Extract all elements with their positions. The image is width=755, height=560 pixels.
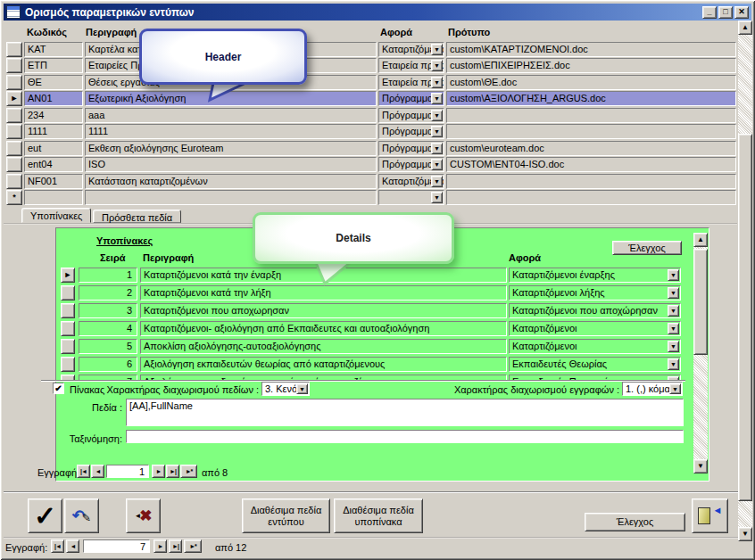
desc-field[interactable]: Αποκλίση αξιολόγησης-αυτοαξιολόγησης [140, 339, 507, 354]
scrollbar-thumb[interactable] [693, 249, 708, 355]
seq-field[interactable]: 1 [79, 268, 137, 283]
code-field[interactable]: NF001 [24, 174, 83, 189]
desc-field[interactable]: Καταρτιζόμενοι- αξιολόγηση από Εκπαιδευτ… [140, 321, 507, 336]
exit-button[interactable]: ◄ [692, 498, 728, 533]
chevron-down-icon[interactable]: ▼ [431, 126, 443, 137]
chevron-down-icon[interactable]: ▼ [668, 269, 679, 281]
nav-last-icon[interactable]: ►| [166, 465, 179, 478]
sort-input[interactable] [126, 430, 684, 443]
afora-combo[interactable]: Πρόγραμμα▼ [378, 157, 444, 172]
scroll-down-icon[interactable]: ▼ [738, 527, 752, 541]
code-field[interactable]: ΑΝ01 [24, 91, 83, 106]
code-field[interactable]: ΘΕ [24, 75, 83, 90]
record-selector[interactable] [6, 108, 22, 123]
record-selector[interactable] [6, 58, 22, 73]
chevron-down-icon[interactable]: ▼ [431, 44, 443, 55]
template-field[interactable]: CUSTOM\ENT04-ISO.doc [446, 157, 736, 172]
desc-field[interactable]: Εκθεση αξιολόγησης Euroteam [85, 141, 377, 156]
desc-field[interactable]: Αξιολόγηση εκπαιδευτών θεωρίας από καταρ… [140, 357, 507, 372]
afora-combo[interactable]: Καταρτιζόμενοι▼ [509, 339, 681, 354]
code-field[interactable]: ΚΑΤ [24, 42, 83, 57]
afora-combo[interactable]: Καταρτιζόμενοι▼ [509, 321, 681, 336]
delete-button[interactable]: ◄✖ [126, 498, 161, 533]
afora-combo[interactable]: Πρόγραμμα▼ [378, 141, 444, 156]
record-selector[interactable] [61, 285, 75, 301]
tab-ypopinakes[interactable]: Υποπίνακες [21, 208, 91, 223]
tab-prostheta-pedia[interactable]: Πρόσθετα πεδία [93, 210, 181, 223]
afora-combo[interactable]: Καταρτιζόμενος▼ [378, 42, 444, 57]
nav-next-icon[interactable]: ► [153, 539, 167, 553]
template-field[interactable]: custom\ΑΞΙΟΛΟΓΗΣΗ_ARGUS.doc [446, 91, 736, 106]
desc-field[interactable]: Κατάσταση καταρτιζομένων [85, 174, 377, 189]
record-selector[interactable] [6, 42, 22, 57]
nav-first-icon[interactable]: |◄ [77, 465, 90, 478]
chevron-down-icon[interactable]: ▼ [668, 358, 679, 370]
scrollbar-thumb[interactable] [738, 134, 752, 501]
chevron-down-icon[interactable]: ▼ [296, 383, 308, 394]
chevron-down-icon[interactable]: ▼ [431, 77, 443, 88]
undo-button[interactable]: ↶✎ [64, 498, 99, 533]
scroll-up-icon[interactable]: ▲ [693, 233, 708, 247]
code-field[interactable] [24, 190, 83, 205]
check-button[interactable]: Έλεγχος [585, 513, 685, 531]
code-field[interactable]: eut [24, 141, 83, 156]
nav-new-icon[interactable]: ►* [180, 465, 197, 478]
afora-combo[interactable]: Πρόγραμμα▼ [378, 91, 444, 106]
desc-field[interactable]: Εξωτερική Αξιολόγηση [85, 91, 377, 106]
code-field[interactable]: ent04 [24, 157, 83, 172]
close-icon[interactable]: ✕ [734, 6, 749, 19]
record-selector[interactable] [61, 303, 75, 318]
record-selector[interactable] [6, 124, 22, 139]
desc-field[interactable]: Καταρτιζόμενοι κατά την έναρξη [140, 268, 507, 283]
fields-input[interactable]: [AA],FullName [126, 399, 684, 426]
desc-field[interactable]: Καταρτιζόμενοι κατά την λήξη [140, 285, 507, 301]
nav-next-icon[interactable]: ► [152, 465, 165, 478]
template-field[interactable]: custom\euroteam.doc [446, 141, 736, 156]
seq-field[interactable]: 2 [79, 285, 137, 301]
code-field[interactable]: 234 [24, 108, 83, 123]
save-button[interactable]: ✓ [28, 498, 62, 533]
code-field[interactable]: 1111 [24, 124, 83, 139]
afora-combo[interactable]: Καταρτιζόμενοι που αποχώρησαν▼ [509, 303, 681, 318]
subform-record-number[interactable]: 1 [106, 465, 149, 478]
seq-field[interactable]: 6 [79, 357, 137, 372]
afora-combo[interactable]: Εκπαιδευτές Θεωρίας▼ [509, 357, 681, 372]
template-field[interactable] [446, 190, 736, 205]
minimize-icon[interactable]: _ [702, 6, 717, 19]
main-record-number[interactable]: 7 [83, 539, 150, 553]
chevron-down-icon[interactable]: ▼ [668, 341, 679, 352]
chevron-down-icon[interactable]: ▼ [668, 287, 679, 299]
subform-check-button[interactable]: Έλεγχος [612, 241, 682, 255]
nav-prev-icon[interactable]: ◄ [91, 465, 104, 478]
nav-prev-icon[interactable]: ◄ [66, 539, 79, 553]
available-fields-subtable-button[interactable]: Διαθέσιμα πεδία υποπίνακα [334, 498, 423, 533]
chevron-down-icon[interactable]: ▼ [431, 110, 443, 121]
desc-field[interactable]: 1111 [85, 124, 377, 139]
afora-combo[interactable]: Εταιρεία πρακτικής▼ [378, 75, 444, 90]
maximize-icon[interactable]: □ [718, 6, 733, 19]
nav-new-icon[interactable]: ►* [184, 539, 202, 553]
afora-combo[interactable]: Καταρτιζόμενος▼ [378, 174, 444, 189]
afora-combo[interactable]: Καταρτιζόμενοι λήξης▼ [509, 285, 681, 301]
table-checkbox[interactable]: ✔ [53, 383, 64, 394]
record-selector-current[interactable]: ► [6, 91, 22, 106]
field-separator-combo[interactable]: 3. Κενό▼ [261, 382, 310, 396]
template-field[interactable]: custom\ΘΕ.doc [446, 75, 736, 90]
scroll-up-icon[interactable]: ▲ [738, 21, 752, 35]
desc-field[interactable]: ISO [85, 157, 377, 172]
template-field[interactable] [446, 124, 736, 139]
record-selector[interactable] [61, 339, 75, 354]
nav-first-icon[interactable]: |◄ [51, 539, 64, 553]
afora-combo[interactable]: Πρόγραμμα▼ [378, 124, 444, 139]
chevron-down-icon[interactable]: ▼ [669, 383, 681, 394]
new-record-selector[interactable]: * [6, 190, 22, 205]
chevron-down-icon[interactable]: ▼ [668, 305, 679, 317]
available-fields-form-button[interactable]: Διαθέσιμα πεδία εντύπου [242, 498, 330, 533]
seq-field[interactable]: 5 [79, 339, 137, 354]
chevron-down-icon[interactable]: ▼ [431, 143, 443, 154]
template-field[interactable] [446, 108, 736, 123]
code-field[interactable]: ΕΤΠ [24, 58, 83, 73]
desc-field[interactable]: Καταρτιζόμενοι που αποχωρησαν [140, 303, 507, 318]
afora-combo[interactable]: Καταρτιζόμενοι έναρξης▼ [509, 268, 681, 283]
afora-combo[interactable]: Πρόγραμμα▼ [378, 108, 444, 123]
